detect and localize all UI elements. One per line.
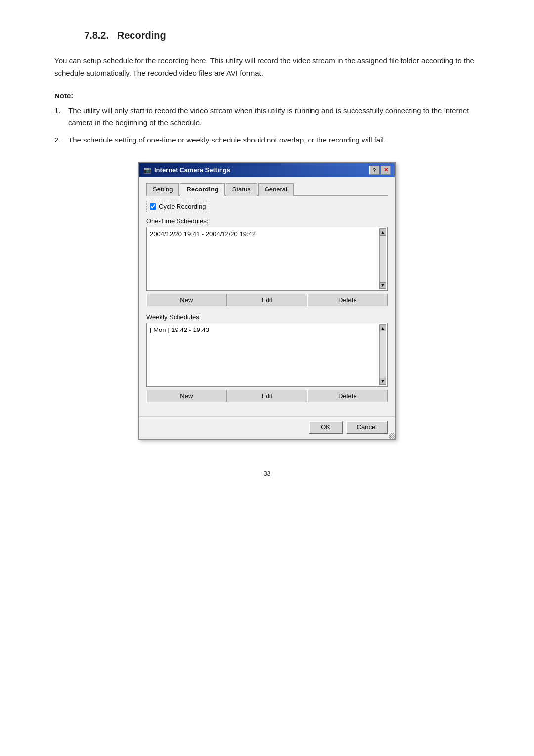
ok-button[interactable]: OK [309, 421, 343, 434]
dialog-title: Internet Camera Settings [154, 166, 230, 174]
one-time-schedules-section: One-Time Schedules: 2004/12/20 19:41 - 2… [146, 217, 388, 306]
tab-status[interactable]: Status [226, 183, 257, 196]
weekly-buttons: New Edit Delete [146, 390, 388, 402]
weekly-item-0[interactable]: [ Mon ] 19:42 - 19:43 [150, 325, 384, 335]
scrollbar-down-arrow[interactable]: ▼ [379, 282, 386, 289]
cycle-recording-checkbox[interactable] [150, 203, 156, 210]
cycle-recording-label: Cycle Recording [159, 203, 206, 210]
tab-setting[interactable]: Setting [146, 183, 179, 196]
tab-general[interactable]: General [258, 183, 294, 196]
weekly-scrollbar[interactable]: ▲ ▼ [379, 324, 386, 385]
weekly-list-box: [ Mon ] 19:42 - 19:43 ▲ ▼ [146, 323, 388, 387]
dialog-body: Setting Recording Status General Cycle R… [139, 177, 395, 416]
weekly-schedules-section: Weekly Schedules: [ Mon ] 19:42 - 19:43 … [146, 313, 388, 402]
one-time-item-0[interactable]: 2004/12/20 19:41 - 2004/12/20 19:42 [150, 229, 384, 239]
dialog-window: 📷 Internet Camera Settings ? ✕ Setting R… [138, 162, 396, 440]
dialog-wrapper: 📷 Internet Camera Settings ? ✕ Setting R… [54, 162, 480, 440]
note-item-2: 2. The schedule setting of one-time or w… [54, 134, 480, 146]
weekly-new-button[interactable]: New [146, 390, 227, 402]
titlebar-buttons: ? ✕ [369, 166, 391, 175]
one-time-delete-button[interactable]: Delete [307, 294, 388, 306]
dialog-titlebar: 📷 Internet Camera Settings ? ✕ [139, 163, 395, 177]
dialog-footer: OK Cancel [139, 416, 395, 439]
weekly-edit-button[interactable]: Edit [227, 390, 308, 402]
one-time-edit-button[interactable]: Edit [227, 294, 308, 306]
resize-grip[interactable] [389, 433, 395, 439]
cycle-recording-row[interactable]: Cycle Recording [146, 201, 209, 212]
weekly-delete-button[interactable]: Delete [307, 390, 388, 402]
notes-list: 1. The utility will only start to record… [54, 105, 480, 146]
note-label: Note: [54, 92, 480, 100]
weekly-label: Weekly Schedules: [146, 313, 388, 321]
tabs-bar: Setting Recording Status General [146, 182, 388, 196]
one-time-list-box: 2004/12/20 19:41 - 2004/12/20 19:42 ▲ ▼ [146, 227, 388, 291]
close-button[interactable]: ✕ [381, 166, 391, 175]
one-time-label: One-Time Schedules: [146, 217, 388, 225]
one-time-scrollbar[interactable]: ▲ ▼ [379, 228, 386, 289]
section-number: 7.8.2. [84, 30, 109, 41]
weekly-scrollbar-up-arrow[interactable]: ▲ [379, 325, 386, 331]
one-time-new-button[interactable]: New [146, 294, 227, 306]
camera-icon: 📷 [143, 166, 151, 174]
body-paragraph: You can setup schedule for the recording… [54, 55, 480, 80]
scrollbar-up-arrow[interactable]: ▲ [379, 229, 386, 236]
section-heading: Recording [117, 30, 166, 41]
tab-recording[interactable]: Recording [180, 183, 224, 196]
one-time-buttons: New Edit Delete [146, 294, 388, 306]
note-item-1: 1. The utility will only start to record… [54, 105, 480, 130]
page-number: 33 [54, 470, 480, 477]
help-button[interactable]: ? [369, 166, 379, 175]
section-title: 7.8.2. Recording [84, 30, 480, 41]
cancel-button[interactable]: Cancel [346, 421, 388, 434]
weekly-scrollbar-down-arrow[interactable]: ▼ [379, 378, 386, 385]
